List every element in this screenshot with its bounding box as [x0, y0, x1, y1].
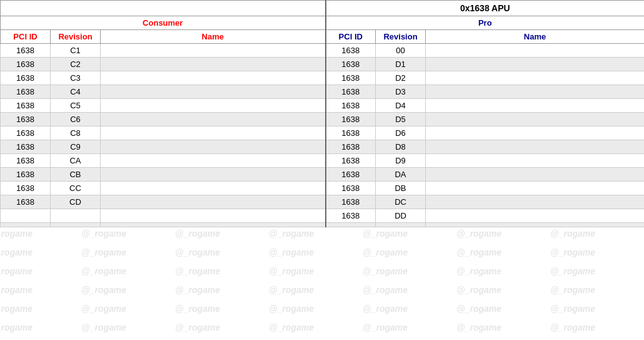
- pro-revision-cell: 00: [376, 44, 426, 58]
- main-table: 0x1638 APU Consumer Pro PCI ID Revision …: [0, 0, 644, 227]
- title-row: 0x1638 APU: [1, 1, 645, 16]
- pro-pci-cell: 1638: [326, 71, 376, 85]
- pro-pci-header: PCI ID: [326, 30, 376, 44]
- consumer-pci-cell: 1638: [1, 44, 51, 58]
- table-row: 1638CA1638D9: [1, 154, 645, 168]
- consumer-pci-cell: 1638: [1, 154, 51, 168]
- pro-revision-cell: D6: [376, 126, 426, 140]
- pro-pci-cell: 1638: [326, 85, 376, 99]
- pro-name-cell: [426, 168, 644, 182]
- pro-name-cell: [426, 99, 644, 113]
- table-row: [1, 223, 645, 227]
- pro-name-cell: [426, 182, 644, 195]
- pro-revision-cell: DA: [376, 168, 426, 182]
- pro-revision-cell: D1: [376, 58, 426, 71]
- consumer-pci-cell: 1638: [1, 168, 51, 182]
- consumer-pci-cell: 1638: [1, 195, 51, 209]
- pro-name-cell: [426, 195, 644, 209]
- consumer-revision-cell: C9: [51, 140, 101, 154]
- pro-pci-cell: [326, 223, 376, 227]
- pro-pci-cell: 1638: [326, 209, 376, 223]
- pro-pci-cell: 1638: [326, 113, 376, 126]
- consumer-revision-cell: CA: [51, 154, 101, 168]
- consumer-name-cell: [101, 85, 326, 99]
- consumer-pci-cell: 1638: [1, 140, 51, 154]
- table-row: 1638C51638D4: [1, 99, 645, 113]
- consumer-name-cell: [101, 223, 326, 227]
- consumer-pci-cell: 1638: [1, 85, 51, 99]
- consumer-name-cell: [101, 44, 326, 58]
- pro-revision-cell: D5: [376, 113, 426, 126]
- consumer-revision-header: Revision: [51, 30, 101, 44]
- consumer-pci-cell: 1638: [1, 58, 51, 71]
- table-row: 1638C91638D8: [1, 140, 645, 154]
- consumer-revision-cell: C6: [51, 113, 101, 126]
- table-row: 1638C21638D1: [1, 58, 645, 71]
- consumer-pci-cell: 1638: [1, 126, 51, 140]
- pro-name-cell: [426, 44, 644, 58]
- table-row: 1638CC1638DB: [1, 182, 645, 195]
- consumer-revision-cell: [51, 209, 101, 223]
- page-title: 0x1638 APU: [326, 1, 644, 16]
- table-row: 1638C1163800: [1, 44, 645, 58]
- table-row: 1638C61638D5: [1, 113, 645, 126]
- pro-name-cell: [426, 85, 644, 99]
- consumer-name-cell: [101, 195, 326, 209]
- consumer-name-cell: [101, 168, 326, 182]
- consumer-revision-cell: C1: [51, 44, 101, 58]
- consumer-name-cell: [101, 182, 326, 195]
- consumer-pci-cell: 1638: [1, 113, 51, 126]
- consumer-pci-cell: [1, 209, 51, 223]
- pro-revision-cell: D3: [376, 85, 426, 99]
- table-row: 1638C31638D2: [1, 71, 645, 85]
- consumer-name-cell: [101, 58, 326, 71]
- pro-name-cell: [426, 154, 644, 168]
- pro-revision-cell: D2: [376, 71, 426, 85]
- consumer-pci-cell: 1638: [1, 71, 51, 85]
- pro-name-cell: [426, 140, 644, 154]
- table-row: 1638DD: [1, 209, 645, 223]
- consumer-pci-cell: [1, 223, 51, 227]
- consumer-revision-cell: [51, 223, 101, 227]
- table-row: 1638CD1638DC: [1, 195, 645, 209]
- pro-revision-cell: DD: [376, 209, 426, 223]
- pro-pci-cell: 1638: [326, 140, 376, 154]
- pro-pci-cell: 1638: [326, 44, 376, 58]
- pro-name-cell: [426, 71, 644, 85]
- page-wrapper: @_rogame@_rogame@_rogame@_rogame@_rogame…: [0, 0, 644, 340]
- pro-pci-cell: 1638: [326, 168, 376, 182]
- consumer-revision-cell: C5: [51, 99, 101, 113]
- pro-pci-cell: 1638: [326, 154, 376, 168]
- title-spacer: [1, 1, 326, 16]
- pro-revision-cell: DC: [376, 195, 426, 209]
- consumer-name-cell: [101, 113, 326, 126]
- consumer-revision-cell: CD: [51, 195, 101, 209]
- pro-pci-cell: 1638: [326, 126, 376, 140]
- consumer-revision-cell: C8: [51, 126, 101, 140]
- pro-pci-cell: 1638: [326, 182, 376, 195]
- table-row: 1638C81638D6: [1, 126, 645, 140]
- pro-name-cell: [426, 223, 644, 227]
- consumer-name-cell: [101, 99, 326, 113]
- pro-revision-cell: D8: [376, 140, 426, 154]
- consumer-name-cell: [101, 71, 326, 85]
- consumer-revision-cell: CC: [51, 182, 101, 195]
- consumer-name-cell: [101, 154, 326, 168]
- consumer-revision-cell: CB: [51, 168, 101, 182]
- col-header-row: PCI ID Revision Name PCI ID Revision Nam…: [1, 30, 645, 44]
- consumer-revision-cell: C4: [51, 85, 101, 99]
- consumer-pci-cell: 1638: [1, 99, 51, 113]
- pro-revision-cell: DB: [376, 182, 426, 195]
- pro-name-header: Name: [426, 30, 644, 44]
- pro-revision-cell: D9: [376, 154, 426, 168]
- pro-name-cell: [426, 58, 644, 71]
- table-row: 1638C41638D3: [1, 85, 645, 99]
- table-row: 1638CB1638DA: [1, 168, 645, 182]
- consumer-revision-cell: C3: [51, 71, 101, 85]
- pro-pci-cell: 1638: [326, 58, 376, 71]
- consumer-name-header: Name: [101, 30, 326, 44]
- consumer-section-label: Consumer: [1, 16, 326, 30]
- pro-pci-cell: 1638: [326, 99, 376, 113]
- consumer-revision-cell: C2: [51, 58, 101, 71]
- pro-revision-header: Revision: [376, 30, 426, 44]
